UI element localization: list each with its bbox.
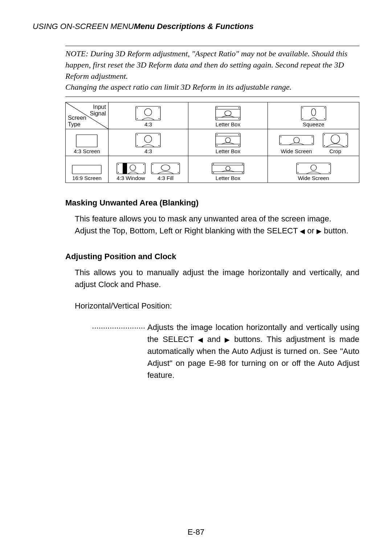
svg-point-61 xyxy=(178,172,179,173)
col-header-label: 4:3 xyxy=(144,121,152,127)
svg-point-58 xyxy=(152,164,153,165)
svg-point-65 xyxy=(226,166,230,171)
note-line-1: NOTE: During 3D Reform adjustment, "Aspe… xyxy=(65,48,359,82)
position-desc-row: ........................ Adjusts the ima… xyxy=(75,321,359,381)
right-triangle-icon: ▶ xyxy=(317,227,322,236)
svg-point-67 xyxy=(242,164,243,164)
svg-point-72 xyxy=(297,164,298,165)
table-col-header: Letter Box xyxy=(188,102,268,129)
svg-point-55 xyxy=(143,172,144,173)
table-cell: Wide Screen Crop xyxy=(268,129,359,156)
aspect-letterbox-icon xyxy=(215,106,241,121)
svg-point-73 xyxy=(328,164,329,165)
page-number: E-87 xyxy=(0,527,392,537)
svg-point-39 xyxy=(311,136,312,137)
svg-rect-21 xyxy=(76,135,97,147)
svg-point-31 xyxy=(225,138,230,143)
svg-point-33 xyxy=(238,134,239,135)
svg-point-38 xyxy=(280,136,281,137)
hdr-screen-type: Screen Type xyxy=(68,115,86,127)
section-blanking: Masking Unwanted Area (Blanking) This fe… xyxy=(65,198,359,237)
svg-point-66 xyxy=(213,164,214,164)
blanking-title: Masking Unwanted Area (Blanking) xyxy=(65,198,359,208)
right-triangle-icon: ▶ xyxy=(225,335,230,345)
aspect-widescreen-icon xyxy=(296,163,331,174)
svg-rect-42 xyxy=(323,133,348,147)
table-cell: Letter Box xyxy=(188,129,268,156)
svg-point-37 xyxy=(294,137,299,143)
svg-point-10 xyxy=(225,111,231,116)
svg-point-34 xyxy=(217,145,217,146)
svg-point-18 xyxy=(324,107,324,108)
svg-point-60 xyxy=(152,172,153,173)
svg-point-41 xyxy=(311,143,312,144)
svg-point-54 xyxy=(118,172,118,173)
col-header-label: Letter Box xyxy=(216,121,240,127)
svg-point-14 xyxy=(238,118,239,119)
svg-point-4 xyxy=(159,107,159,108)
svg-rect-7 xyxy=(216,106,240,120)
table-row: 4:3 Screen 4:3 xyxy=(66,129,359,156)
note-line-2: Changing the aspect ratio can limit 3D R… xyxy=(65,82,359,93)
position-desc: Adjusts the image location horizontally … xyxy=(147,321,359,381)
svg-point-75 xyxy=(328,172,329,173)
svg-point-6 xyxy=(159,118,159,119)
svg-point-5 xyxy=(137,118,138,119)
svg-point-3 xyxy=(137,107,138,108)
svg-point-11 xyxy=(217,107,217,108)
svg-point-27 xyxy=(159,145,159,146)
svg-point-53 xyxy=(143,164,144,165)
row-label-16-9: 16:9 Screen xyxy=(66,156,109,183)
svg-point-45 xyxy=(346,134,347,135)
left-triangle-icon: ◀ xyxy=(300,227,305,236)
svg-point-35 xyxy=(238,145,239,146)
svg-point-59 xyxy=(178,164,179,165)
svg-point-71 xyxy=(311,165,317,171)
blanking-p1: This feature allows you to mask any unwa… xyxy=(75,213,359,225)
svg-rect-62 xyxy=(212,163,244,174)
header-suffix: Menu Descriptions & Functions xyxy=(134,22,254,31)
svg-point-46 xyxy=(324,145,325,146)
svg-point-40 xyxy=(280,143,281,144)
svg-rect-48 xyxy=(72,165,101,174)
svg-point-74 xyxy=(297,172,298,173)
svg-point-26 xyxy=(137,145,138,146)
svg-rect-28 xyxy=(216,133,240,147)
svg-point-24 xyxy=(137,134,138,135)
aspect-4-3-icon xyxy=(135,106,161,121)
svg-point-32 xyxy=(217,134,217,135)
svg-point-17 xyxy=(302,107,303,108)
svg-point-2 xyxy=(144,109,152,116)
aspect-letterbox-icon xyxy=(212,163,244,174)
header-prefix: USING ON-SCREEN MENU xyxy=(33,22,134,31)
hdr-input-signal: Input Signal xyxy=(90,104,106,117)
position-p1: This allows you to manually adjust the i… xyxy=(75,266,359,290)
table-cell: Letter Box xyxy=(188,156,268,183)
col-header-label: Squeeze xyxy=(303,121,324,127)
table-cell: 4:3 Window 4:3 Fill xyxy=(108,156,188,183)
svg-point-44 xyxy=(324,134,325,135)
table-cell: 4:3 xyxy=(108,129,188,156)
aspect-4-3-window-icon xyxy=(117,163,146,174)
note-block: NOTE: During 3D Reform adjustment, "Aspe… xyxy=(65,46,359,97)
table-cell: Wide Screen xyxy=(268,156,359,183)
svg-point-23 xyxy=(144,135,152,143)
svg-point-16 xyxy=(311,109,316,116)
aspect-4-3-fill-icon xyxy=(151,163,180,174)
table-col-header: 4:3 xyxy=(108,102,188,129)
aspect-letterbox-icon xyxy=(215,133,241,147)
position-subtitle: Horizontal/Vertical Position: xyxy=(75,300,359,312)
svg-point-57 xyxy=(161,165,170,171)
aspect-widescreen-icon xyxy=(279,133,314,147)
leader-dots: ........................ xyxy=(75,321,147,381)
svg-point-19 xyxy=(302,118,303,119)
table-row: 16:9 Screen 4:3 Window xyxy=(66,156,359,183)
svg-point-69 xyxy=(242,172,243,173)
position-title: Adjusting Position and Clock xyxy=(65,252,359,261)
svg-point-47 xyxy=(346,145,347,146)
svg-point-20 xyxy=(324,118,324,119)
svg-point-68 xyxy=(213,172,214,173)
aspect-4-3-icon xyxy=(135,133,161,147)
aspect-squeeze-icon xyxy=(301,106,326,121)
section-position: Adjusting Position and Clock This allows… xyxy=(65,252,359,381)
